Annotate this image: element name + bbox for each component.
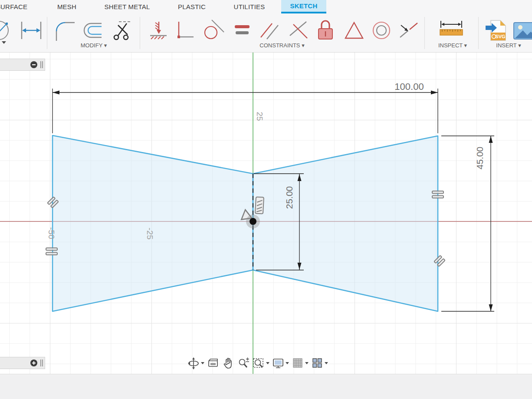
concentric-button[interactable] bbox=[369, 18, 394, 43]
display-settings-button[interactable] bbox=[271, 356, 289, 370]
fillet-button[interactable] bbox=[53, 18, 76, 43]
tab-plastic[interactable]: PLASTIC bbox=[176, 0, 207, 13]
expand-icon[interactable] bbox=[30, 359, 38, 367]
grid-icon bbox=[291, 356, 304, 369]
dimension-label-width[interactable]: 100.00 bbox=[389, 81, 429, 92]
grid-label-y25: 25 bbox=[255, 106, 264, 127]
insert-image-icon bbox=[513, 19, 532, 42]
arrowhead bbox=[431, 91, 438, 95]
parallel-button[interactable] bbox=[257, 18, 282, 43]
constraints-group-label[interactable]: CONSTRAINTS ▾ bbox=[254, 42, 310, 49]
dimension-label-height[interactable]: 45.00 bbox=[475, 138, 485, 178]
constraint-badge-collinear[interactable] bbox=[255, 197, 264, 214]
tangent-icon bbox=[200, 19, 226, 42]
tab-utilities[interactable]: UTILITIES bbox=[233, 0, 266, 13]
fillet-icon bbox=[53, 19, 76, 42]
tab-bar: SURFACE MESH SHEET METAL PLASTIC UTILITI… bbox=[0, 0, 532, 13]
zoom-window-button[interactable] bbox=[252, 356, 270, 370]
chevron-down-icon[interactable] bbox=[266, 362, 269, 364]
sketch-profile[interactable] bbox=[53, 135, 438, 311]
sketch-dimension-icon bbox=[19, 19, 43, 42]
orbit-button[interactable] bbox=[187, 356, 205, 370]
profile-right[interactable] bbox=[253, 136, 438, 311]
perpendicular-button[interactable] bbox=[286, 18, 311, 43]
sketch-overlay bbox=[0, 0, 532, 399]
tab-mesh[interactable]: MESH bbox=[56, 0, 78, 13]
display-settings-icon bbox=[272, 356, 285, 369]
tab-surface[interactable]: SURFACE bbox=[0, 0, 29, 13]
measure-icon bbox=[437, 19, 465, 42]
inspect-group-label[interactable]: INSPECT ▾ bbox=[435, 42, 470, 49]
concentric-icon bbox=[369, 19, 394, 42]
chevron-down-icon[interactable] bbox=[305, 362, 309, 364]
look-at-button[interactable] bbox=[206, 356, 220, 370]
tab-sheet-metal[interactable]: SHEET METAL bbox=[103, 0, 151, 13]
chevron-down-icon[interactable] bbox=[325, 362, 328, 364]
trim-button[interactable] bbox=[109, 18, 134, 43]
collapse-icon[interactable] bbox=[30, 61, 38, 69]
grid-settings-button[interactable] bbox=[291, 356, 309, 370]
circle-tool-icon bbox=[0, 19, 16, 42]
equal-button[interactable] bbox=[231, 18, 253, 43]
top-panel-handle[interactable] bbox=[0, 59, 45, 71]
midpoint-icon bbox=[342, 19, 366, 42]
fix-lock-button[interactable] bbox=[314, 18, 337, 43]
origin-point[interactable] bbox=[246, 214, 260, 228]
circle-tool-button[interactable] bbox=[0, 18, 16, 43]
viewports-button[interactable] bbox=[310, 356, 328, 370]
modify-group-label[interactable]: MODIFY ▾ bbox=[76, 42, 111, 49]
horizontal-vertical-button[interactable] bbox=[173, 18, 195, 43]
toolbar: MODIFY ▾ bbox=[0, 13, 532, 53]
trim-icon bbox=[109, 19, 134, 42]
dimension-width[interactable] bbox=[53, 89, 438, 133]
coincident-button[interactable] bbox=[148, 18, 169, 43]
parallel-icon bbox=[257, 19, 282, 42]
zoom-icon bbox=[237, 356, 250, 369]
svg-text:SVG: SVG bbox=[495, 34, 505, 39]
drag-handle[interactable] bbox=[40, 61, 43, 68]
arrowhead bbox=[489, 304, 493, 311]
equal-icon bbox=[231, 19, 253, 42]
coincident-icon bbox=[148, 19, 169, 42]
zoom-button[interactable] bbox=[236, 356, 250, 370]
chevron-down-icon[interactable] bbox=[286, 362, 289, 364]
tab-sketch[interactable]: SKETCH bbox=[281, 0, 326, 13]
insert-svg-icon: SVG bbox=[485, 19, 508, 42]
pan-button[interactable] bbox=[221, 356, 235, 370]
chevron-down-icon[interactable] bbox=[201, 362, 204, 364]
midpoint-button[interactable] bbox=[342, 18, 366, 43]
measure-button[interactable] bbox=[437, 18, 465, 43]
look-at-icon bbox=[207, 356, 220, 369]
viewports-icon bbox=[311, 356, 324, 369]
arrowhead bbox=[489, 136, 493, 143]
insert-image-button[interactable] bbox=[513, 18, 532, 43]
navigation-bar bbox=[187, 356, 328, 370]
dimension-height[interactable] bbox=[441, 136, 494, 311]
offset-icon bbox=[81, 19, 105, 42]
fusion-sketch-window: 100.00 45.00 25.00 25 -25 -50 bbox=[0, 0, 532, 399]
insert-group-label[interactable]: INSERT ▾ bbox=[491, 42, 526, 49]
orbit-icon bbox=[187, 356, 200, 369]
grid-label-xneg50: -50 bbox=[46, 222, 56, 244]
grid-label-xneg25: -25 bbox=[145, 223, 154, 244]
zoom-window-icon bbox=[252, 356, 265, 369]
offset-button[interactable] bbox=[81, 18, 105, 43]
fix-lock-icon bbox=[314, 18, 337, 43]
symmetry-button[interactable] bbox=[397, 18, 420, 43]
pan-icon bbox=[222, 356, 235, 369]
insert-svg-button[interactable]: SVG bbox=[485, 18, 508, 43]
tangent-button[interactable] bbox=[200, 18, 226, 43]
ribbon: SURFACE MESH SHEET METAL PLASTIC UTILITI… bbox=[0, 0, 532, 53]
symmetry-icon bbox=[397, 19, 420, 42]
sketch-dimension-button[interactable] bbox=[19, 18, 43, 43]
perpendicular-icon bbox=[286, 19, 311, 42]
horizontal-vertical-icon bbox=[173, 19, 195, 42]
dimension-label-waist[interactable]: 25.00 bbox=[284, 178, 295, 217]
drag-handle[interactable] bbox=[40, 359, 43, 366]
arrowhead bbox=[53, 91, 59, 95]
bottom-panel-handle[interactable] bbox=[0, 357, 45, 369]
timeline-strip bbox=[0, 374, 532, 399]
